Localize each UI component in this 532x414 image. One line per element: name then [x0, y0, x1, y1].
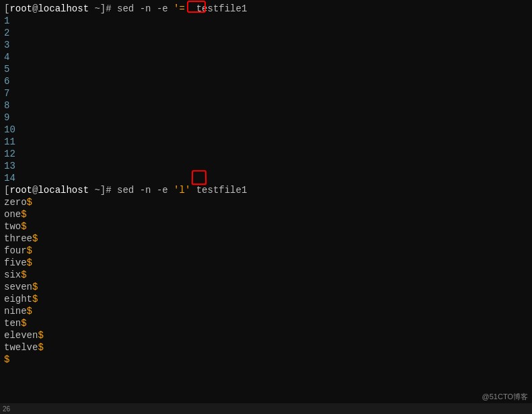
line-num-4: 4	[4, 51, 528, 63]
line-num-1: 1	[4, 15, 528, 27]
line-num-8: 8	[4, 99, 528, 112]
line-num-7: 7	[4, 87, 528, 99]
output-zero: zero$	[4, 196, 528, 208]
line-num-5: 5	[4, 63, 528, 75]
output-four: four$	[4, 245, 528, 257]
command-line-1: [root@localhost ~]# sed -n -e '=' testfi…	[4, 3, 528, 15]
watermark-label: @51CTO博客	[482, 392, 528, 402]
output-five: five$	[4, 257, 528, 269]
output-seven: seven$	[4, 281, 528, 293]
output-two: two$	[4, 220, 528, 233]
line-num-9: 9	[4, 112, 528, 124]
line-num-3: 3	[4, 39, 528, 51]
output-nine: nine$	[4, 305, 528, 317]
line-num-11: 11	[4, 136, 528, 148]
output-one: one$	[4, 208, 528, 220]
command-line-2: [root@localhost ~]# sed -n -e 'l' testfi…	[4, 184, 528, 196]
line-num-14: 14	[4, 172, 528, 184]
output-three: three$	[4, 233, 528, 245]
line-num-12: 12	[4, 148, 528, 160]
status-text: 26	[3, 405, 10, 413]
output-empty: $	[4, 354, 528, 366]
line-num-6: 6	[4, 75, 528, 87]
line-num-2: 2	[4, 27, 528, 39]
output-eleven: eleven$	[4, 329, 528, 341]
line-num-10: 10	[4, 124, 528, 136]
output-twelve: twelve$	[4, 341, 528, 354]
output-eight: eight$	[4, 293, 528, 305]
line-num-13: 13	[4, 160, 528, 172]
terminal-window: [root@localhost ~]# sed -n -e '=' testfi…	[0, 0, 532, 403]
output-ten: ten$	[4, 317, 528, 329]
output-six: six$	[4, 269, 528, 281]
status-bar: 26	[0, 403, 532, 414]
